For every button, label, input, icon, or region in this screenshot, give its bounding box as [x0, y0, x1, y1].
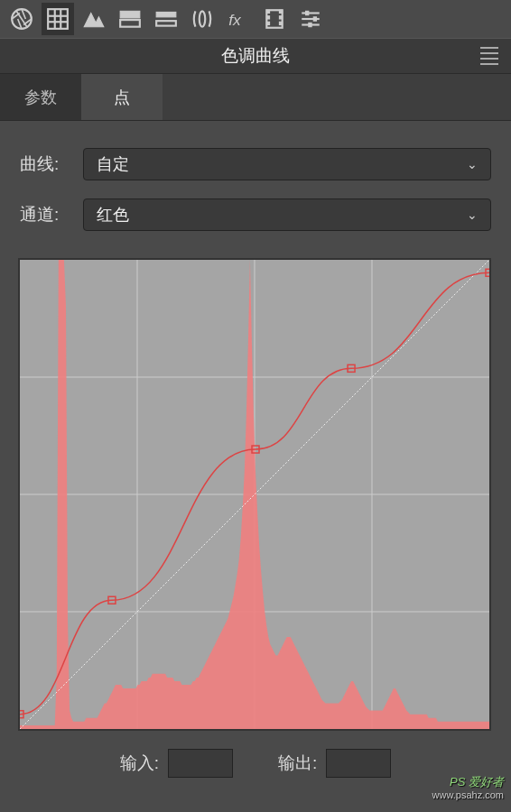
lens-icon[interactable] [186, 3, 218, 35]
channel-select-value: 红色 [97, 204, 129, 226]
output-label: 输出: [278, 752, 317, 775]
curve-select[interactable]: 自定 ⌄ [83, 148, 491, 180]
split-horizontal-icon[interactable] [114, 3, 146, 35]
panel-title-bar: 色调曲线 [0, 38, 511, 74]
curve-editor[interactable] [18, 258, 491, 731]
channel-select[interactable]: 红色 ⌄ [83, 198, 491, 231]
tab-point[interactable]: 点 [81, 74, 163, 120]
watermark-sub: www.psahz.com [432, 789, 504, 801]
panel-title: 色调曲线 [221, 44, 290, 68]
channel-label: 通道: [20, 203, 83, 226]
svg-rect-6 [120, 11, 140, 18]
svg-rect-24 [309, 23, 311, 26]
grid-icon[interactable] [42, 3, 74, 35]
chevron-down-icon: ⌄ [467, 157, 478, 171]
svg-rect-14 [266, 16, 269, 19]
svg-rect-8 [156, 12, 176, 16]
tab-parametric[interactable]: 参数 [0, 74, 81, 120]
svg-rect-7 [120, 20, 140, 27]
curve-label: 曲线: [20, 152, 83, 176]
svg-rect-9 [156, 21, 176, 25]
watermark-main: PS 爱好者 [432, 775, 504, 789]
svg-rect-18 [279, 22, 282, 24]
svg-rect-15 [266, 22, 269, 24]
watermark: PS 爱好者 www.psahz.com [432, 775, 504, 801]
controls: 曲线: 自定 ⌄ 通道: 红色 ⌄ [0, 139, 511, 258]
svg-rect-23 [313, 17, 316, 21]
io-row: 输入: 输出: [0, 749, 511, 778]
svg-rect-1 [48, 9, 68, 29]
svg-rect-13 [266, 10, 269, 13]
svg-rect-22 [306, 11, 309, 14]
mountains-icon[interactable] [78, 3, 110, 35]
film-icon[interactable] [258, 3, 291, 35]
aperture-icon[interactable] [5, 3, 38, 35]
svg-text:fx: fx [228, 11, 242, 29]
menu-icon[interactable] [480, 47, 498, 65]
svg-rect-17 [279, 16, 282, 19]
tabs: 参数 点 [0, 74, 511, 121]
fx-icon[interactable]: fx [222, 3, 255, 35]
input-label: 输入: [120, 752, 159, 775]
curve-select-value: 自定 [97, 153, 129, 175]
chevron-down-icon: ⌄ [467, 208, 478, 222]
svg-rect-16 [279, 10, 282, 13]
split-vertical-icon[interactable] [150, 3, 182, 35]
output-field[interactable] [326, 749, 391, 778]
input-field[interactable] [168, 749, 233, 778]
toolbar: fx [0, 0, 511, 38]
svg-point-10 [200, 11, 206, 26]
sliders-icon[interactable] [294, 3, 327, 35]
